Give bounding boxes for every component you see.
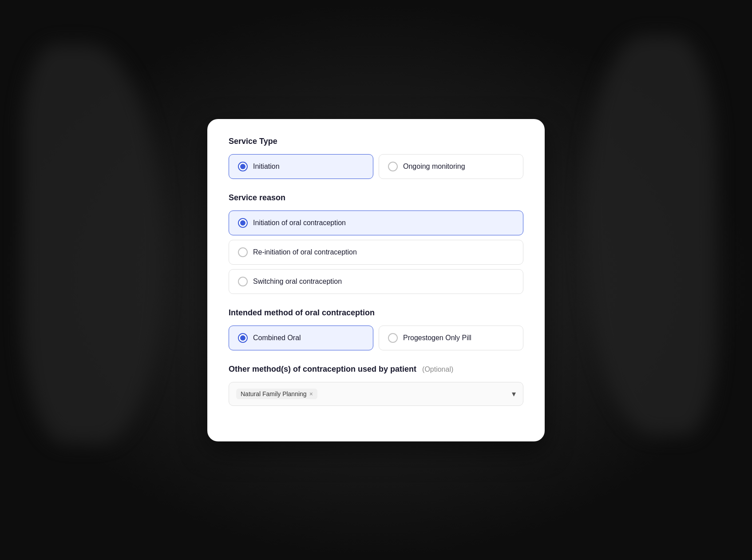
service-reason-switching-label: Switching oral contraception [253,278,342,286]
intended-method-combined-label: Combined Oral [253,334,301,342]
service-type-ongoing-label: Ongoing monitoring [403,163,465,171]
intended-method-progestogen[interactable]: Progestogen Only Pill [379,326,523,350]
service-reason-section: Service reason Initiation of oral contra… [229,193,523,294]
service-reason-initiation-oral-label: Initiation of oral contraception [253,219,346,227]
natural-family-planning-tag: Natural Family Planning × [236,389,317,399]
intended-method-options: Combined Oral Progestogen Only Pill [229,326,523,350]
radio-re-initiation-circle [238,247,248,257]
radio-initiation-oral-circle [238,218,248,228]
radio-progestogen-circle [388,333,398,343]
service-type-initiation-label: Initiation [253,163,280,171]
other-methods-dropdown[interactable]: Natural Family Planning × ▾ [229,382,523,406]
intended-method-progestogen-label: Progestogen Only Pill [403,334,471,342]
radio-combined-oral-circle [238,333,248,343]
service-type-initiation[interactable]: Initiation [229,154,373,179]
main-card: Service Type Initiation Ongoing monitori… [207,119,545,441]
intended-method-label: Intended method of oral contraception [229,308,523,318]
tag-remove-natural-family-planning[interactable]: × [309,391,313,397]
service-reason-re-initiation-oral[interactable]: Re-initiation of oral contraception [229,240,523,265]
tag-label: Natural Family Planning [241,390,307,397]
other-methods-label: Other method(s) of contraception used by… [229,365,523,374]
intended-method-combined-oral[interactable]: Combined Oral [229,326,373,350]
service-reason-initiation-oral[interactable]: Initiation of oral contraception [229,210,523,235]
dropdown-tags: Natural Family Planning × [236,389,317,399]
service-type-label: Service Type [229,137,523,146]
radio-switching-circle [238,277,248,286]
page-wrapper: Service Type Initiation Ongoing monitori… [0,0,752,560]
service-type-section: Service Type Initiation Ongoing monitori… [229,137,523,179]
service-type-options: Initiation Ongoing monitoring [229,154,523,179]
service-type-ongoing-monitoring[interactable]: Ongoing monitoring [379,154,523,179]
other-methods-section: Other method(s) of contraception used by… [229,365,523,406]
dropdown-chevron: ▾ [512,389,516,399]
radio-ongoing-circle [388,162,398,171]
service-reason-switching-oral[interactable]: Switching oral contraception [229,269,523,294]
optional-label: (Optional) [422,365,453,373]
service-reason-label: Service reason [229,193,523,203]
radio-initiation-circle [238,162,248,171]
intended-method-section: Intended method of oral contraception Co… [229,308,523,350]
service-reason-re-initiation-label: Re-initiation of oral contraception [253,248,357,256]
